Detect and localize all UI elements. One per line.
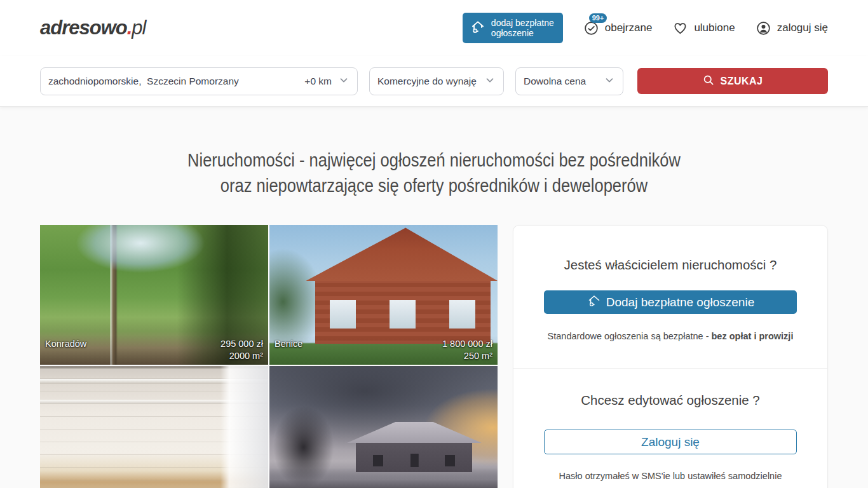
listing-name: Konradów xyxy=(45,339,86,349)
listing-card-konradow[interactable]: Konradów 295 000 zł 2000 m² xyxy=(40,225,268,365)
chevron-down-icon xyxy=(604,74,615,88)
listing-card-zalesie[interactable]: Zalesie 1 100 000 zł xyxy=(269,366,498,488)
add-free-listing-label: Dodaj bezpłatne ogłoszenie xyxy=(606,295,754,309)
listing-photo xyxy=(269,366,498,488)
favorites-link[interactable]: ulubione xyxy=(672,20,735,36)
listing-name: Benice xyxy=(275,339,302,349)
add-free-listing-button[interactable]: Dodaj bezpłatne ogłoszenie xyxy=(544,290,797,314)
viewed-label: obejrzane xyxy=(605,22,653,34)
add-listing-button[interactable]: dodaj bezpłatne ogłoszenie xyxy=(463,13,563,43)
location-input[interactable] xyxy=(48,76,301,87)
owner-title: Jesteś właścicielem nieruchomości ? xyxy=(544,257,797,273)
logo-tld: pl xyxy=(132,17,146,39)
user-icon xyxy=(756,20,771,36)
listing-card-benice[interactable]: Benice 1 800 000 zł 250 m² xyxy=(269,225,498,365)
viewed-link[interactable]: 99+ obejrzane xyxy=(583,20,653,36)
main-content: Nieruchomości - najwięcej ogłoszeń nieru… xyxy=(0,107,868,488)
search-bar: +0 km Komercyjne do wynaję Dowolna cena … xyxy=(0,56,868,107)
search-button[interactable]: SZUKAJ xyxy=(637,68,828,94)
edit-note: Hasło otrzymałeś w SMS'ie lub ustawiłeś … xyxy=(544,471,797,481)
add-listing-label: dodaj bezpłatne ogłoszenie xyxy=(491,18,554,38)
search-button-label: SZUKAJ xyxy=(720,76,763,87)
edit-title: Chcesz edytować ogłoszenie ? xyxy=(544,393,797,408)
listing-meta: Konradów 295 000 zł 2000 m² xyxy=(40,336,268,365)
header: adresowo.pl dodaj bezpłatne ogłoszenie 9… xyxy=(0,0,868,56)
listing-area: 2000 m² xyxy=(229,351,263,361)
chevron-down-icon xyxy=(484,74,496,88)
edit-section: Chcesz edytować ogłoszenie ? Zaloguj się… xyxy=(513,368,827,488)
heart-icon xyxy=(672,20,688,36)
location-field[interactable]: +0 km xyxy=(40,67,358,95)
page-title-line1: Nieruchomości - najwięcej ogłoszeń nieru… xyxy=(87,147,780,173)
page-title: Nieruchomości - najwięcej ogłoszeń nieru… xyxy=(40,107,828,225)
favorites-label: ulubione xyxy=(694,22,735,34)
category-value: Komercyjne do wynaję xyxy=(377,76,484,87)
viewed-badge: 99+ xyxy=(589,13,607,23)
header-nav: dodaj bezpłatne ogłoszenie 99+ obejrzane… xyxy=(463,13,828,43)
house-plus-icon xyxy=(470,18,486,37)
owner-note: Standardowe ogłoszenia są bezpłatne - be… xyxy=(544,331,797,341)
logo-name: adresowo xyxy=(40,17,127,39)
listing-area: 250 m² xyxy=(464,351,492,361)
login-label: zaloguj się xyxy=(777,22,828,34)
listings-grid: Konradów 295 000 zł 2000 m² Benice 1 800… xyxy=(40,225,498,488)
listing-price: 1 800 000 zł xyxy=(442,339,492,349)
login-button[interactable]: Zaloguj się xyxy=(544,430,797,454)
owner-panel: Jesteś właścicielem nieruchomości ? Doda… xyxy=(513,225,828,488)
listing-card-gliwice[interactable]: Gliwice Śródmieście, ul. 615 000 zł xyxy=(40,366,268,488)
house-plus-icon xyxy=(587,293,602,311)
category-select[interactable]: Komercyjne do wynaję xyxy=(369,67,504,95)
radius-value[interactable]: +0 km xyxy=(304,76,332,87)
listing-price: 295 000 zł xyxy=(220,339,263,349)
listing-photo xyxy=(40,366,268,488)
listing-meta: Benice 1 800 000 zł 250 m² xyxy=(269,336,498,365)
price-select[interactable]: Dowolna cena xyxy=(515,67,623,95)
logo[interactable]: adresowo.pl xyxy=(40,17,146,39)
chevron-down-icon[interactable] xyxy=(338,74,349,88)
login-link[interactable]: zaloguj się xyxy=(756,20,828,36)
search-icon xyxy=(702,74,715,89)
owner-section: Jesteś właścicielem nieruchomości ? Doda… xyxy=(513,226,827,368)
page-title-line2: oraz niepowtarzające się oferty pośredni… xyxy=(87,173,780,198)
price-value: Dowolna cena xyxy=(524,76,604,87)
